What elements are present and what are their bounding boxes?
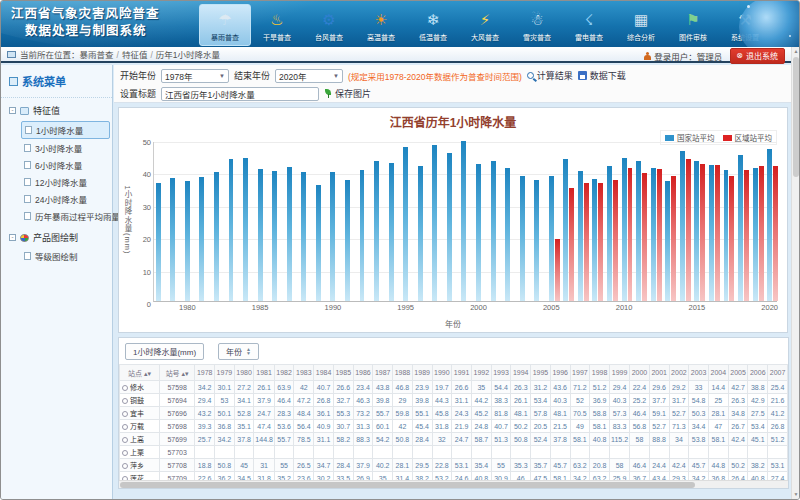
value-cell: 47.2 bbox=[294, 394, 314, 407]
table-row[interactable]: 铜鼓5769429.45334.137.946.447.226.832.746.… bbox=[120, 394, 788, 407]
sidebar-item-24小时降水量[interactable]: 24小时降水量 bbox=[21, 191, 110, 207]
toolbar-item-label: 低温普查 bbox=[419, 32, 447, 42]
table-row[interactable]: 上高5769925.734.237.8144.855.778.531.158.2… bbox=[120, 433, 788, 446]
download-button[interactable]: 数据下载 bbox=[578, 69, 626, 82]
value-cell: 34.8 bbox=[728, 407, 748, 420]
value-cell: 53.4 bbox=[531, 394, 551, 407]
table-row[interactable]: 萍乡5770818.850.845315526.534.728.437.940.… bbox=[120, 459, 788, 472]
scroll-up-icon[interactable]: ▲ bbox=[792, 47, 800, 56]
value-cell: 55.7 bbox=[373, 407, 393, 420]
sidebar-tree: -特征值1小时降水量3小时降水量6小时降水量12小时降水量24小时降水量历年暴雨… bbox=[1, 98, 112, 264]
station-id-column-header[interactable]: 站号 ▴▾ bbox=[159, 365, 194, 381]
page-icon bbox=[24, 144, 31, 152]
year-column-header-2002: 2002 bbox=[669, 365, 689, 381]
toolbar-item-1[interactable]: ☂暴雨普查 bbox=[199, 4, 251, 46]
end-year-label: 结束年份 bbox=[234, 69, 270, 82]
table-row[interactable]: 修水5759834.230.127.226.163.94240.726.623.… bbox=[120, 381, 788, 394]
sidebar-item-历年暴雨过程平均雨量[interactable]: 历年暴雨过程平均雨量 bbox=[21, 208, 110, 224]
value-cell: 58.1 bbox=[570, 433, 590, 446]
value-cell: 44.8 bbox=[708, 459, 728, 472]
bar-regional-2014 bbox=[686, 159, 691, 301]
toolbar-item-8[interactable]: ☇雷电普查 bbox=[563, 4, 615, 46]
vertical-scrollbar[interactable]: ▲ ▼ bbox=[791, 47, 799, 499]
breadcrumb-separator: / bbox=[117, 50, 119, 60]
toolbar-item-4[interactable]: ☀高温普查 bbox=[355, 4, 407, 46]
year-sort-control[interactable]: 年份 ▲▼ bbox=[218, 343, 259, 360]
sidebar-item-等级图绘制[interactable]: 等级图绘制 bbox=[21, 248, 110, 264]
sort-arrows-icon[interactable]: ▲▼ bbox=[246, 347, 251, 355]
table-grid: 站点 ▴▾站号 ▴▾197819791980198119821983198419… bbox=[119, 364, 788, 488]
sidebar-group-2[interactable]: -产品图绘制 bbox=[1, 225, 112, 247]
sidebar-item-12小时降水量[interactable]: 12小时降水量 bbox=[21, 174, 110, 190]
sidebar-item-6小时降水量[interactable]: 6小时降水量 bbox=[21, 157, 110, 173]
chart-title-input[interactable]: 江西省历年1小时降水量 bbox=[161, 87, 319, 101]
toolbar-item-5[interactable]: ❄低温普查 bbox=[407, 4, 459, 46]
breadcrumb-item[interactable]: 暴雨普查 bbox=[80, 50, 114, 60]
start-year-select[interactable]: 1978年▼ bbox=[161, 69, 229, 83]
year-column-header-1992: 1992 bbox=[471, 365, 491, 381]
sidebar-group-1[interactable]: -特征值 bbox=[1, 98, 112, 120]
row-radio-button[interactable] bbox=[122, 385, 128, 391]
row-radio-button[interactable] bbox=[122, 411, 128, 417]
calculate-button[interactable]: 计算结果 bbox=[527, 69, 573, 82]
breadcrumb-item[interactable]: 历年1小时降水量 bbox=[156, 50, 220, 60]
value-cell bbox=[649, 446, 669, 459]
value-cell: 26.8 bbox=[768, 420, 788, 433]
value-cell: 29.2 bbox=[669, 381, 689, 394]
value-cell: 24.7 bbox=[452, 433, 472, 446]
chart-title-label: 设置标题 bbox=[120, 87, 156, 100]
horizontal-scrollbar[interactable] bbox=[119, 480, 788, 488]
bar-national-2008 bbox=[592, 179, 597, 301]
year-column-header-1991: 1991 bbox=[452, 365, 472, 381]
value-cell: 115.2 bbox=[609, 433, 629, 446]
vertical-scrollbar-thumb[interactable] bbox=[793, 57, 799, 177]
value-cell: 27.5 bbox=[748, 407, 768, 420]
bar-national-2005 bbox=[549, 176, 554, 301]
toolbar-item-7[interactable]: ☃雪灾普查 bbox=[511, 4, 563, 46]
row-radio-button[interactable] bbox=[122, 424, 128, 430]
toolbar-item-3[interactable]: ⚙台风普查 bbox=[303, 4, 355, 46]
row-radio-button[interactable] bbox=[122, 398, 128, 404]
value-cell: 49 bbox=[570, 420, 590, 433]
toolbar-item-9[interactable]: ▦综合分析 bbox=[615, 4, 667, 46]
x-tick-label: 1985 bbox=[252, 301, 269, 312]
table-header-row: 站点 ▴▾站号 ▴▾197819791980198119821983198419… bbox=[120, 365, 788, 381]
value-cell: 52.4 bbox=[531, 433, 551, 446]
bar-national-2003 bbox=[520, 176, 525, 301]
row-radio-button[interactable] bbox=[122, 463, 128, 469]
toolbar-item-6[interactable]: ⚡大风普查 bbox=[459, 4, 511, 46]
station-column-header[interactable]: 站点 ▴▾ bbox=[120, 365, 160, 381]
table-row[interactable]: 宜丰5769643.250.152.824.728.348.436.155.37… bbox=[120, 407, 788, 420]
save-image-button[interactable]: 保存图片 bbox=[324, 87, 371, 100]
toolbar-item-2[interactable]: ♨干旱普查 bbox=[251, 4, 303, 46]
value-cell: 46.8 bbox=[393, 381, 413, 394]
end-year-select[interactable]: 2020年▼ bbox=[275, 69, 343, 83]
horizontal-scrollbar-thumb[interactable] bbox=[120, 482, 695, 488]
station-name-cell: 上栗 bbox=[120, 446, 160, 459]
value-cell: 34.7 bbox=[314, 459, 334, 472]
value-cell: 40.3 bbox=[550, 394, 570, 407]
row-radio-button[interactable] bbox=[122, 450, 128, 456]
table-row[interactable]: 上栗57703 bbox=[120, 446, 788, 459]
save-disk-icon bbox=[578, 71, 587, 80]
expander-icon[interactable]: - bbox=[9, 107, 16, 114]
breadcrumb-separator: / bbox=[150, 50, 152, 60]
row-radio-button[interactable] bbox=[122, 437, 128, 443]
value-cell: 51.2 bbox=[768, 433, 788, 446]
table-row[interactable]: 万载5769839.336.835.147.453.656.440.930.73… bbox=[120, 420, 788, 433]
toolbar-item-10[interactable]: ⚑图件审核 bbox=[667, 4, 719, 46]
unit-label-box: 1小时降水量(mm) bbox=[125, 343, 204, 360]
breadcrumb-item[interactable]: 特征值 bbox=[122, 50, 148, 60]
value-cell: 21.6 bbox=[768, 394, 788, 407]
value-cell bbox=[452, 446, 472, 459]
value-cell: 50.3 bbox=[689, 407, 709, 420]
sidebar-item-3小时降水量[interactable]: 3小时降水量 bbox=[21, 140, 110, 156]
expander-icon[interactable]: - bbox=[9, 234, 16, 241]
bar-regional-2011 bbox=[642, 173, 647, 301]
scroll-down-icon[interactable]: ▼ bbox=[792, 490, 800, 499]
sidebar-item-1小时降水量[interactable]: 1小时降水量 bbox=[21, 121, 110, 139]
year-column-header-1999: 1999 bbox=[609, 365, 629, 381]
logout-button[interactable]: ⊗ 退出系统 bbox=[730, 48, 785, 64]
station-id-cell: 57698 bbox=[159, 420, 194, 433]
toolbar-item-label: 大风普查 bbox=[471, 32, 499, 42]
